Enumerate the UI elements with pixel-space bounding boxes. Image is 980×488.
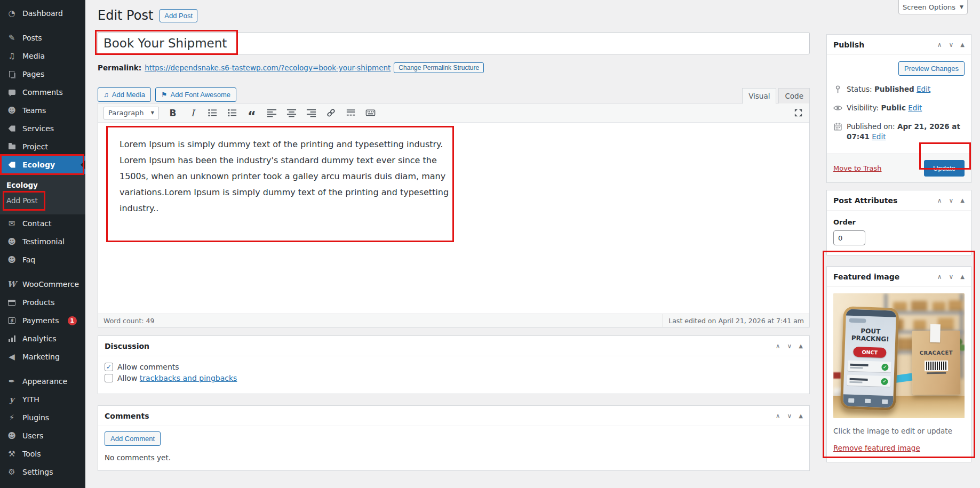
sidebar-item-label: Appearance <box>22 377 67 386</box>
add-media-button[interactable]: ♫ Add Media <box>98 87 151 102</box>
sidebar-item-comments[interactable]: Comments <box>0 83 85 101</box>
numbered-list-button[interactable] <box>226 107 238 119</box>
submenu-item-ecology[interactable]: Ecology <box>0 177 85 192</box>
fullscreen-button[interactable] <box>792 107 804 119</box>
sidebar-item-testimonial[interactable]: ☻ Testimonial <box>0 233 85 251</box>
align-center-button[interactable] <box>285 107 297 119</box>
add-post-button[interactable]: Add Post <box>160 9 197 22</box>
edit-visibility-link[interactable]: Edit <box>908 103 922 112</box>
toggle-panel-icon[interactable]: ▲ <box>960 274 965 279</box>
change-permalink-button[interactable]: Change Permalink Structure <box>394 62 484 73</box>
sidebar-item-faq[interactable]: ☻ Faq <box>0 251 85 269</box>
move-down-icon[interactable]: ∨ <box>949 41 954 49</box>
preview-changes-button[interactable]: Preview Changes <box>898 61 965 76</box>
bar-chart-icon <box>6 335 17 342</box>
move-down-icon[interactable]: ∨ <box>787 342 792 350</box>
move-up-icon[interactable]: ∧ <box>937 41 942 49</box>
order-input[interactable] <box>833 230 865 245</box>
sidebar-item-label: Users <box>22 431 43 440</box>
allow-comments-checkbox[interactable]: ✓ <box>105 363 113 371</box>
bold-button[interactable]: B <box>167 107 179 119</box>
sidebar-item-plugins[interactable]: ⚡ Plugins <box>0 409 85 427</box>
sidebar-item-contact[interactable]: ✉ Contact <box>0 214 85 233</box>
sidebar-item-marketing[interactable]: ◀ Marketing <box>0 348 85 366</box>
sidebar-item-label: Faq <box>22 255 35 264</box>
allow-prefix: Allow <box>117 374 137 382</box>
sidebar-item-teams[interactable]: ☻ Teams <box>0 101 85 119</box>
editor-content-area[interactable]: Lorem Ipsum is simply dummy text of the … <box>98 123 809 314</box>
sidebar-item-users[interactable]: ☻ Users <box>0 427 85 445</box>
featured-image-thumbnail[interactable]: CRACACET POUT PRACKNG! ONCT ✓ <box>833 293 965 418</box>
edit-status-link[interactable]: Edit <box>917 85 930 93</box>
sidebar-item-services[interactable]: Services <box>0 119 85 138</box>
speech-bubble-icon <box>6 90 17 95</box>
allow-trackbacks-checkbox[interactable] <box>105 374 113 382</box>
update-button[interactable]: Update <box>924 160 965 177</box>
align-left-button[interactable] <box>266 107 277 119</box>
screen-options-button[interactable]: Screen Options ▼ <box>898 0 968 14</box>
sidebar-item-pages[interactable]: Pages <box>0 65 85 83</box>
sidebar-item-analytics[interactable]: Analytics <box>0 330 85 348</box>
person-icon: ☻ <box>6 107 17 115</box>
permalink-url-link[interactable]: https://dependsnake.s6-tastewp.com/?ecol… <box>145 63 391 72</box>
move-up-icon[interactable]: ∧ <box>937 273 942 281</box>
toggle-panel-icon[interactable]: ▲ <box>960 197 965 203</box>
sidebar-item-appearance[interactable]: ✒ Appearance <box>0 372 85 390</box>
toggle-panel-icon[interactable]: ▲ <box>960 42 965 47</box>
read-more-button[interactable] <box>345 107 356 119</box>
sidebar-item-woocommerce[interactable]: W WooCommerce <box>0 275 85 293</box>
sidebar-item-project[interactable]: Project <box>0 138 85 156</box>
sidebar-item-media[interactable]: ♫ Media <box>0 47 85 65</box>
permalink-label: Permalink: <box>98 63 141 72</box>
insert-link-button[interactable] <box>325 107 337 119</box>
paragraph-format-dropdown[interactable]: Paragraph ▼ <box>103 107 159 119</box>
media-icon: ♫ <box>6 52 17 60</box>
move-down-icon[interactable]: ∨ <box>949 197 954 204</box>
blockquote-button[interactable]: “ <box>246 107 258 119</box>
add-font-awesome-button[interactable]: ⚑ Add Font Awesome <box>155 87 236 102</box>
visibility-label: Visibility: <box>847 103 879 112</box>
move-down-icon[interactable]: ∨ <box>787 412 792 420</box>
sidebar-item-settings[interactable]: ⚙ Settings <box>0 463 85 481</box>
sidebar-item-payments[interactable]: $ Payments 1 <box>0 311 85 330</box>
toggle-panel-icon[interactable]: ▲ <box>799 413 803 419</box>
sidebar-item-label: WooCommerce <box>22 280 79 289</box>
sidebar-item-posts[interactable]: ✎ Posts <box>0 29 85 47</box>
move-to-trash-link[interactable]: Move to Trash <box>833 164 882 172</box>
submenu-item-add-post[interactable]: Add Post <box>0 192 85 209</box>
toolbar-toggle-button[interactable] <box>364 107 376 119</box>
sidebar-item-label: Project <box>22 142 48 151</box>
sidebar-item-yith[interactable]: y YITH <box>0 390 85 409</box>
tape-strip <box>930 324 941 342</box>
tab-code[interactable]: Code <box>778 88 810 103</box>
tab-visual[interactable]: Visual <box>742 88 776 104</box>
move-down-icon[interactable]: ∨ <box>949 273 954 281</box>
sidebar-item-ecology[interactable]: Ecology <box>0 156 85 174</box>
bullet-list-button[interactable] <box>206 107 218 119</box>
italic-button[interactable]: I <box>187 107 198 119</box>
editor-status-bar: Word count: 49 Last edited on April 21, … <box>98 314 809 327</box>
add-comment-button[interactable]: Add Comment <box>105 431 161 446</box>
align-right-button[interactable] <box>305 107 317 119</box>
cardboard-box: CRACACET <box>912 331 960 395</box>
sidebar-item-tools[interactable]: ⚒ Tools <box>0 445 85 463</box>
post-title-input[interactable] <box>98 32 810 54</box>
sidebar-item-dashboard[interactable]: ◔ Dashboard <box>0 4 85 22</box>
sidebar-item-collapse-menu[interactable]: ◀ Collapse Menu <box>0 483 85 488</box>
trackbacks-link[interactable]: trackbacks and pingbacks <box>140 374 237 382</box>
dollar-box-icon: $ <box>6 317 17 324</box>
move-up-icon[interactable]: ∧ <box>776 342 780 350</box>
sidebar-item-label: Posts <box>22 34 42 42</box>
move-up-icon[interactable]: ∧ <box>937 197 942 204</box>
sidebar-item-products[interactable]: Products <box>0 293 85 311</box>
remove-featured-image-link[interactable]: Remove featured image <box>833 444 920 452</box>
toggle-panel-icon[interactable]: ▲ <box>799 343 803 349</box>
move-up-icon[interactable]: ∧ <box>776 412 780 420</box>
edit-schedule-link[interactable]: Edit <box>872 132 886 141</box>
sidebar-item-label: Pages <box>22 70 44 78</box>
page-title: Edit Post <box>98 8 153 23</box>
phone-screen-title: POUT PRACKNG! <box>845 326 896 343</box>
person-icon: ☻ <box>6 432 17 440</box>
sidebar-item-label: YITH <box>22 395 39 404</box>
gear-icon: ⚙ <box>6 468 17 476</box>
